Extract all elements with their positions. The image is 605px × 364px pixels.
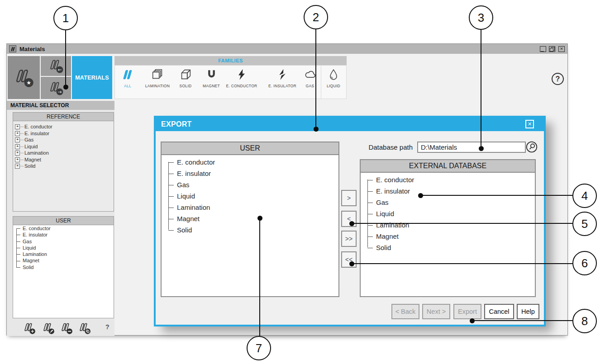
reference-tree-item[interactable]: Lamination [13, 150, 114, 156]
user-tree-item[interactable]: Lamination [13, 251, 114, 257]
solid-icon [179, 68, 192, 81]
families-body: ALL LAMINATION SOL [114, 65, 347, 99]
reference-tree-item[interactable]: E. conductor [13, 123, 114, 130]
svg-text:→: → [57, 89, 61, 94]
dialog-user-tree-item[interactable]: Magnet [162, 213, 338, 224]
sidebar-user-panel-header: USER [13, 217, 114, 225]
callout-6: 6 [572, 251, 597, 275]
callout-dot-5 [349, 221, 354, 226]
reference-tree-item[interactable]: Solid [13, 163, 114, 170]
user-tree-item[interactable]: E. insulator [13, 232, 114, 238]
dialog-user-tree-item[interactable]: Liquid [162, 190, 338, 202]
tab-materials[interactable]: MATERIALS [72, 56, 112, 99]
external-database-tree: E. conductorE. insulatorGasLiquidLaminat… [361, 173, 535, 253]
callout-7: 7 [247, 336, 271, 360]
callout-dot-8 [470, 318, 475, 323]
liquid-icon [327, 68, 340, 81]
dialog-user-tree-item[interactable]: Lamination [162, 202, 338, 213]
dialog-user-tree-item[interactable]: Gas [162, 179, 338, 190]
dialog-user-tree: E. conductorE. insulatorGasLiquidLaminat… [162, 155, 338, 236]
families-header: FAMILIES [114, 56, 347, 65]
export-dialog: EXPORT ✕ USER E. conductorE. insulatorGa… [154, 116, 546, 326]
callout-line-4 [422, 195, 572, 196]
reference-panel-header: REFERENCE [13, 113, 114, 121]
dialog-user-panel-header: USER [162, 142, 338, 155]
cancel-button[interactable]: Cancel [484, 304, 514, 319]
add-material-icon[interactable]: + [22, 321, 37, 335]
minimize-icon[interactable] [540, 46, 546, 52]
move-left-button[interactable]: < [341, 211, 357, 227]
svg-text:←: ← [57, 67, 61, 72]
restore-icon[interactable] [549, 46, 555, 52]
export-button[interactable]: Export [453, 304, 481, 319]
next-button[interactable]: Next > [422, 304, 450, 319]
dialog-user-tree-item[interactable]: E. conductor [162, 156, 338, 168]
reference-tree-item[interactable]: Gas [13, 137, 114, 143]
family-liquid[interactable]: LIQUID [313, 68, 354, 97]
close-icon[interactable] [558, 46, 565, 52]
import-materials-icon: ← [48, 58, 64, 74]
page: Materials ★ ← → [0, 0, 605, 364]
window-title: Materials [19, 46, 45, 52]
export-dialog-titlebar[interactable]: EXPORT ✕ [156, 118, 544, 131]
external-tree-item[interactable]: Solid [361, 242, 535, 253]
sidebar-help[interactable]: ? [105, 323, 110, 331]
external-tree-item[interactable]: Liquid [361, 208, 535, 219]
callout-line-6 [353, 263, 572, 264]
callout-dot-3 [479, 146, 484, 151]
external-database-panel: EXTERNAL DATABASE E. conductorE. insulat… [360, 159, 536, 297]
external-tree-item[interactable]: E. conductor [361, 174, 535, 185]
user-tree-item[interactable]: Solid [13, 264, 114, 270]
duplicate-material-icon[interactable] [77, 321, 92, 335]
family-e-conductor[interactable]: E. CONDUCTOR [221, 68, 262, 97]
reference-tree-item[interactable]: Magnet [13, 156, 114, 163]
external-tree-item[interactable]: Lamination [361, 219, 535, 231]
external-tree-item[interactable]: Magnet [361, 231, 535, 242]
electrical-conductor-icon [235, 68, 248, 81]
sidebar-user-panel: USER E. conductorE. insulatorGasLiquidLa… [13, 216, 114, 318]
svg-text:★: ★ [26, 80, 31, 86]
reference-tree-item[interactable]: Liquid [13, 143, 114, 150]
database-path-label: Database path [346, 142, 414, 153]
callout-line-1 [65, 30, 66, 85]
external-database-header: EXTERNAL DATABASE [361, 160, 535, 173]
external-tree-item[interactable]: Gas [361, 197, 535, 208]
reference-tree-item[interactable]: E. insulator [13, 130, 114, 137]
callout-line-8 [473, 320, 572, 321]
export-materials-icon: → [48, 80, 64, 96]
window-titlebar: Materials [7, 44, 567, 54]
reference-tree: E. conductorE. insulatorGasLiquidLaminat… [13, 121, 114, 170]
user-tree-item[interactable]: E. conductor [13, 225, 114, 232]
callout-5: 5 [572, 212, 597, 236]
back-button[interactable]: < Back [391, 304, 419, 319]
dialog-close-icon[interactable]: ✕ [525, 120, 534, 128]
families-panel: FAMILIES ALL LAMINATION [114, 56, 347, 99]
lamination-icon [151, 68, 164, 81]
callout-line-3 [481, 30, 481, 146]
import-materials-button[interactable]: ← [41, 56, 71, 76]
help-icon[interactable]: ? [552, 73, 564, 85]
database-path-input[interactable] [417, 142, 526, 153]
callout-dot-1 [63, 85, 68, 90]
move-right-button[interactable]: > [341, 190, 357, 206]
move-all-left-button[interactable]: << [341, 251, 357, 268]
remove-material-icon[interactable] [59, 321, 74, 335]
browse-database-icon[interactable] [526, 141, 538, 153]
electrical-insulator-icon [276, 68, 289, 81]
material-selector-title: MATERIAL SELECTOR [7, 101, 114, 110]
edit-material-icon[interactable] [41, 321, 56, 335]
materials-logo-icon [9, 45, 16, 52]
user-tree-item[interactable]: Gas [13, 238, 114, 245]
new-material-button[interactable]: ★ [8, 56, 40, 99]
callout-1: 1 [53, 6, 78, 30]
dialog-user-tree-item[interactable]: E. insulator [162, 168, 338, 179]
move-all-right-button[interactable]: >> [341, 231, 357, 247]
sidebar-user-tree: E. conductorE. insulatorGasLiquidLaminat… [13, 225, 114, 270]
dialog-user-tree-item[interactable]: Solid [162, 224, 338, 236]
magnet-icon [205, 68, 218, 81]
help-button[interactable]: Help [517, 304, 539, 319]
new-material-icon: ★ [13, 67, 35, 89]
user-tree-item[interactable]: Liquid [13, 245, 114, 251]
all-materials-icon [121, 68, 134, 81]
user-tree-item[interactable]: Magnet [13, 257, 114, 264]
